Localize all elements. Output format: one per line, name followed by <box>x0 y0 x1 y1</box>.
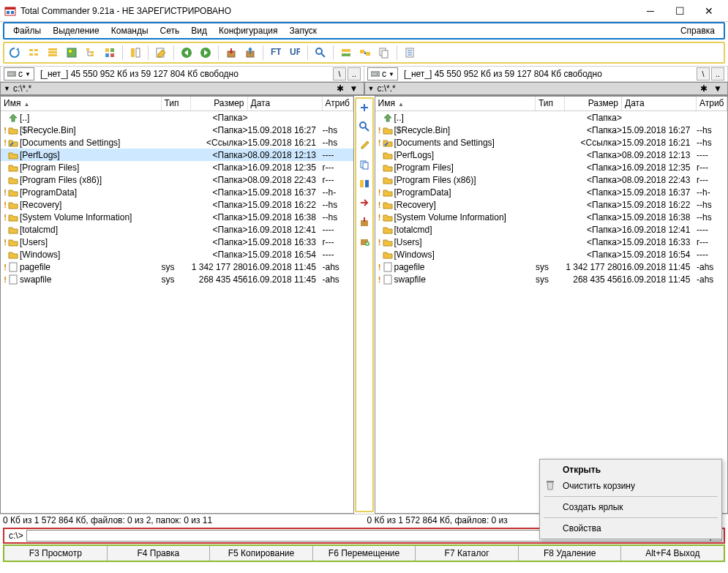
header-attr[interactable]: Атриб <box>697 97 727 111</box>
file-row[interactable]: [PerfLogs]<Папка>08.09.2018 12:13---- <box>375 149 728 161</box>
maximize-button[interactable]: ☐ <box>665 1 694 21</box>
file-row[interactable]: [Windows]<Папка>15.09.2018 16:54---- <box>375 248 728 261</box>
header-name[interactable]: Имя <box>375 97 536 111</box>
menu-view[interactable]: Вид <box>185 24 213 37</box>
drive-root-button-right[interactable]: \ <box>697 67 710 80</box>
file-row[interactable]: !swapfilesys268 435 45616.09.2018 11:45-… <box>1 273 353 285</box>
file-row[interactable]: !pagefilesys1 342 177 28016.09.2018 11:4… <box>375 261 728 273</box>
file-row[interactable]: [totalcmd]<Папка>16.09.2018 12:41---- <box>1 223 353 236</box>
drive-selector-left[interactable]: c ▼ <box>4 67 34 80</box>
edit-file-button[interactable] <box>357 138 372 153</box>
expand-button[interactable] <box>357 100 372 115</box>
header-date[interactable]: Дата <box>248 97 323 111</box>
sync-dirs-button[interactable] <box>356 44 374 61</box>
file-row[interactable]: ![Documents and Settings]<Ссылка>15.09.2… <box>375 136 728 149</box>
menu-help[interactable]: Справка <box>675 24 721 37</box>
unpack-button[interactable] <box>241 44 259 61</box>
chevron-down-icon[interactable]: ▼ <box>368 85 375 92</box>
file-row[interactable]: !pagefilesys1 342 177 28016.09.2018 11:4… <box>1 261 353 273</box>
path-history-button[interactable]: ✱ <box>698 83 710 94</box>
file-row[interactable]: ![$Recycle.Bin]<Папка>15.09.2018 16:27--… <box>1 124 353 136</box>
ctx-properties[interactable]: Свойства <box>542 520 719 536</box>
copy-names-button[interactable] <box>375 44 393 61</box>
path-bar-left[interactable]: ▼ c:\*.* ✱▼ <box>0 82 364 95</box>
file-row[interactable]: ![Documents and Settings]<Ссылка>15.09.2… <box>1 136 353 149</box>
forward-button[interactable] <box>197 44 214 61</box>
file-row[interactable]: [totalcmd]<Папка>16.09.2018 12:41---- <box>375 223 728 236</box>
header-attr[interactable]: Атриб <box>323 97 353 111</box>
close-button[interactable]: ✕ <box>694 1 724 21</box>
drive-up-button-right[interactable]: .. <box>711 67 724 80</box>
file-row[interactable]: ![ProgramData]<Папка>15.09.2018 16:37--h… <box>1 186 353 198</box>
ctx-create-shortcut[interactable]: Создать ярлык <box>542 499 719 515</box>
chevron-down-icon[interactable]: ▼ <box>4 85 10 92</box>
file-row[interactable]: [Program Files (x86)]<Папка>08.09.2018 2… <box>1 173 353 186</box>
search-button[interactable] <box>357 119 372 134</box>
copy-button[interactable] <box>357 157 372 172</box>
ctx-open[interactable]: Открыть <box>542 462 719 478</box>
two-panel-button[interactable] <box>357 176 372 191</box>
drive-up-button-left[interactable]: .. <box>348 67 361 80</box>
ftp-button[interactable]: FTP <box>267 44 285 61</box>
file-row[interactable]: ![System Volume Information]<Папка>15.09… <box>375 211 728 223</box>
menu-files[interactable]: Файлы <box>7 24 47 37</box>
header-size[interactable]: Размер <box>191 97 248 111</box>
pack-v-button[interactable] <box>357 214 372 229</box>
file-row[interactable]: ![Users]<Папка>15.09.2018 16:33r--- <box>1 236 353 248</box>
path-fav-button[interactable]: ▼ <box>348 83 361 94</box>
file-row[interactable]: ![System Volume Information]<Папка>15.09… <box>1 211 353 223</box>
file-row[interactable]: ![Users]<Папка>15.09.2018 16:33r--- <box>375 236 728 248</box>
file-row[interactable]: ![Recovery]<Папка>15.09.2018 16:22--hs <box>1 198 353 211</box>
fn-button-5[interactable]: F5 Копирование <box>210 546 313 561</box>
menu-commands[interactable]: Команды <box>105 24 154 37</box>
fn-button-8[interactable]: F8 Удаление <box>519 546 622 561</box>
refresh-button[interactable] <box>6 44 23 61</box>
ctx-empty-recycle[interactable]: Очистить корзину <box>542 478 719 494</box>
edit-button[interactable] <box>152 44 170 61</box>
header-ext[interactable]: Тип <box>162 97 191 111</box>
header-name[interactable]: Имя <box>1 97 162 111</box>
drive-root-button-left[interactable]: \ <box>333 67 346 80</box>
view-quick-button[interactable] <box>127 44 144 61</box>
url-button[interactable]: URL <box>286 44 304 61</box>
path-bar-right[interactable]: ▼ c:\*.* ✱▼ <box>364 82 729 95</box>
move-button[interactable] <box>357 195 372 210</box>
file-row[interactable]: [Program Files]<Папка>16.09.2018 12:35r-… <box>375 161 728 173</box>
fn-button-4[interactable]: F4 Правка <box>108 546 211 561</box>
pack-button[interactable] <box>222 44 240 61</box>
file-row[interactable]: [..]<Папка> <box>375 111 728 124</box>
path-fav-button[interactable]: ▼ <box>711 83 724 94</box>
minimize-button[interactable]: ─ <box>636 1 665 21</box>
file-row[interactable]: [Program Files]<Папка>16.09.2018 12:35r-… <box>1 161 353 173</box>
notepad-button[interactable] <box>401 44 419 61</box>
file-row[interactable]: [Program Files (x86)]<Папка>08.09.2018 2… <box>375 173 728 186</box>
header-ext[interactable]: Тип <box>536 97 565 111</box>
fn-button-7[interactable]: F7 Каталог <box>416 546 519 561</box>
view-custom-button[interactable] <box>101 44 119 61</box>
path-history-button[interactable]: ✱ <box>334 83 346 94</box>
file-row[interactable]: [Windows]<Папка>15.09.2018 16:54---- <box>1 248 353 261</box>
menu-selection[interactable]: Выделение <box>47 24 105 37</box>
header-size[interactable]: Размер <box>565 97 622 111</box>
fn-button-3[interactable]: F3 Просмотр <box>4 546 108 561</box>
file-list-left[interactable]: [..]<Папка>![$Recycle.Bin]<Папка>15.09.2… <box>1 111 353 513</box>
menu-config[interactable]: Конфигурация <box>213 24 284 37</box>
view-brief-button[interactable] <box>25 44 42 61</box>
file-list-right[interactable]: [..]<Папка>![$Recycle.Bin]<Папка>15.09.2… <box>375 111 728 513</box>
file-row[interactable]: [..]<Папка> <box>1 111 353 124</box>
view-tree-button[interactable] <box>82 44 100 61</box>
file-row[interactable]: ![ProgramData]<Папка>15.09.2018 16:37--h… <box>375 186 728 198</box>
view-thumbs-button[interactable] <box>63 44 80 61</box>
drive-selector-right[interactable]: c ▼ <box>367 67 398 80</box>
file-row[interactable]: [PerfLogs]<Папка>08.09.2018 12:13---- <box>1 149 353 161</box>
back-button[interactable] <box>178 44 195 61</box>
file-row[interactable]: ![Recovery]<Папка>15.09.2018 16:22--hs <box>375 198 728 211</box>
header-date[interactable]: Дата <box>622 97 697 111</box>
file-row[interactable]: ![$Recycle.Bin]<Папка>15.09.2018 16:27--… <box>375 124 728 136</box>
multi-rename-button[interactable] <box>337 44 355 61</box>
search-button[interactable] <box>312 44 329 61</box>
unpack-v-button[interactable] <box>357 233 372 248</box>
fn-button-6[interactable]: F6 Перемещение <box>313 546 416 561</box>
fn-button-9[interactable]: Alt+F4 Выход <box>621 546 724 561</box>
menu-start[interactable]: Запуск <box>284 24 323 37</box>
